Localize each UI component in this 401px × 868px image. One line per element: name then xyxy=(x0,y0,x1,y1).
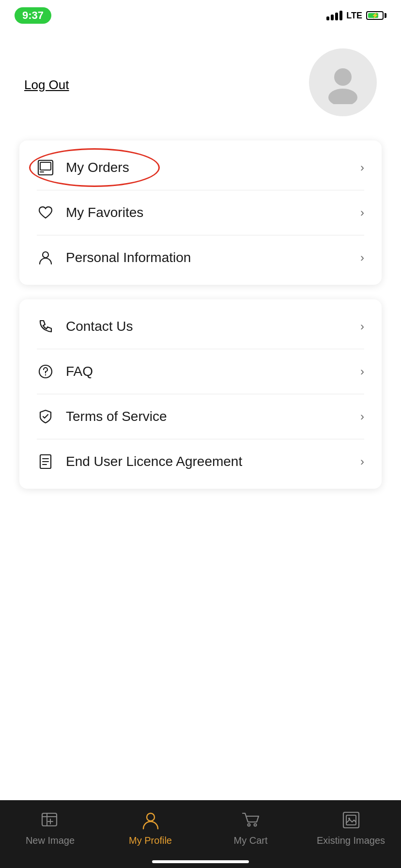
my-favorites-label: My Favorites xyxy=(66,205,143,220)
help-icon xyxy=(37,363,54,380)
svg-point-1 xyxy=(328,89,357,104)
signal-bars-icon xyxy=(326,11,342,20)
section1-card: My Orders › My Favorites › Personal xyxy=(19,140,382,285)
nav-item-my-profile[interactable]: My Profile xyxy=(100,809,200,846)
svg-point-7 xyxy=(45,374,46,375)
status-time: 9:37 xyxy=(15,7,51,24)
svg-point-17 xyxy=(147,813,154,821)
status-bar: 9:37 LTE ⚡ xyxy=(0,0,401,29)
my-profile-icon xyxy=(139,809,162,831)
phone-icon xyxy=(37,318,54,335)
terms-of-service-label: Terms of Service xyxy=(66,409,167,424)
avatar-icon xyxy=(321,61,365,104)
bottom-nav: New Image My Profile My Cart xyxy=(0,800,401,868)
chevron-right-icon: › xyxy=(360,320,364,333)
svg-rect-12 xyxy=(42,813,57,826)
document-icon xyxy=(37,453,54,470)
person-icon xyxy=(37,249,54,266)
header-area: Log Out xyxy=(0,29,401,126)
home-indicator xyxy=(152,860,249,863)
svg-rect-20 xyxy=(343,812,359,828)
shield-icon xyxy=(37,408,54,425)
nav-my-cart-label: My Cart xyxy=(234,835,268,846)
lte-icon: LTE xyxy=(346,11,362,21)
chevron-right-icon: › xyxy=(360,161,364,174)
personal-information-label: Personal Information xyxy=(66,250,191,265)
status-icons: LTE ⚡ xyxy=(326,11,386,21)
existing-images-icon xyxy=(340,809,362,831)
chevron-right-icon: › xyxy=(360,251,364,264)
nav-my-profile-label: My Profile xyxy=(129,835,172,846)
svg-rect-3 xyxy=(40,162,51,170)
faq-item[interactable]: FAQ › xyxy=(19,349,382,394)
terms-of-service-item[interactable]: Terms of Service › xyxy=(19,394,382,439)
chevron-right-icon: › xyxy=(360,455,364,468)
contact-us-item[interactable]: Contact Us › xyxy=(19,304,382,349)
nav-item-existing-images[interactable]: Existing Images xyxy=(301,809,401,846)
logout-button[interactable]: Log Out xyxy=(24,78,69,93)
my-favorites-item[interactable]: My Favorites › xyxy=(19,190,382,235)
contact-us-label: Contact Us xyxy=(66,319,133,334)
svg-point-22 xyxy=(348,818,350,820)
orders-icon xyxy=(37,159,54,176)
personal-information-item[interactable]: Personal Information › xyxy=(19,235,382,280)
nav-new-image-label: New Image xyxy=(26,835,75,846)
my-cart-icon xyxy=(240,809,262,831)
faq-label: FAQ xyxy=(66,364,93,379)
avatar xyxy=(309,48,377,116)
heart-icon xyxy=(37,204,54,221)
section2-card: Contact Us › FAQ › xyxy=(19,299,382,489)
my-orders-item[interactable]: My Orders › xyxy=(19,145,382,190)
my-orders-label: My Orders xyxy=(66,160,129,175)
svg-point-18 xyxy=(247,824,250,826)
svg-point-5 xyxy=(43,252,48,258)
battery-icon: ⚡ xyxy=(366,11,386,20)
chevron-right-icon: › xyxy=(360,410,364,423)
chevron-right-icon: › xyxy=(360,365,364,378)
eula-label: End User Licence Agreement xyxy=(66,454,242,469)
eula-item[interactable]: End User Licence Agreement › xyxy=(19,439,382,484)
svg-point-0 xyxy=(334,68,352,86)
svg-point-19 xyxy=(254,824,256,826)
nav-item-my-cart[interactable]: My Cart xyxy=(200,809,301,846)
new-image-icon xyxy=(39,809,62,831)
chevron-right-icon: › xyxy=(360,206,364,219)
nav-existing-images-label: Existing Images xyxy=(317,835,385,846)
nav-item-new-image[interactable]: New Image xyxy=(0,809,100,846)
